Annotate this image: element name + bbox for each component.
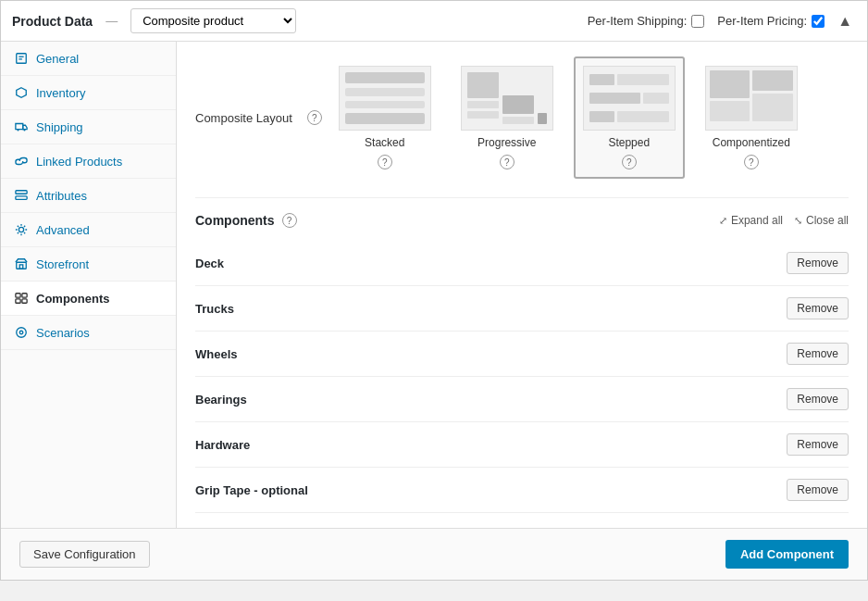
stepped-help-icon[interactable]: ? bbox=[622, 155, 637, 169]
attributes-icon bbox=[14, 188, 29, 203]
layout-option-progressive[interactable]: Progressive ? bbox=[452, 56, 563, 179]
sidebar-item-label: Advanced bbox=[36, 223, 90, 237]
panel-body: General Inventory bbox=[1, 42, 867, 528]
per-item-shipping-option[interactable]: Per-Item Shipping: bbox=[588, 14, 705, 28]
svg-point-14 bbox=[17, 328, 27, 338]
main-content: Composite Layout ? Stacked ? bbox=[177, 42, 867, 528]
remove-hardware-button[interactable]: Remove bbox=[787, 433, 849, 456]
svg-rect-9 bbox=[19, 265, 23, 269]
component-name-bearings: Bearings bbox=[195, 393, 787, 407]
layout-option-componentized[interactable]: Componentized ? bbox=[696, 56, 807, 179]
sidebar-item-label: Linked Products bbox=[36, 155, 122, 169]
panel-footer: Save Configuration Add Component bbox=[1, 528, 867, 580]
per-item-pricing-label: Per-Item Pricing: bbox=[717, 14, 807, 28]
composite-layout-label: Composite Layout bbox=[195, 111, 292, 125]
sidebar-item-label: Inventory bbox=[36, 86, 85, 100]
sidebar-item-label: Scenarios bbox=[36, 326, 90, 340]
advanced-icon bbox=[14, 222, 29, 237]
section-divider bbox=[195, 197, 849, 198]
remove-trucks-button[interactable]: Remove bbox=[787, 297, 849, 319]
sidebar-item-attributes[interactable]: Attributes bbox=[1, 179, 176, 213]
per-item-shipping-checkbox[interactable] bbox=[691, 15, 704, 28]
layout-option-stepped[interactable]: Stepped ? bbox=[574, 56, 685, 179]
sidebar-item-label: Components bbox=[36, 292, 109, 306]
expand-icon: ⤢ bbox=[719, 215, 727, 227]
general-icon bbox=[14, 51, 29, 66]
sidebar-item-label: Storefront bbox=[36, 257, 89, 271]
remove-wheels-button[interactable]: Remove bbox=[787, 343, 849, 365]
collapse-button[interactable]: ▲ bbox=[834, 13, 856, 30]
sidebar-item-inventory[interactable]: Inventory bbox=[1, 76, 176, 110]
svg-rect-12 bbox=[16, 299, 20, 303]
save-configuration-button[interactable]: Save Configuration bbox=[19, 541, 150, 568]
sidebar-item-label: Shipping bbox=[36, 120, 83, 134]
per-item-pricing-checkbox[interactable] bbox=[812, 15, 825, 28]
header-options: Per-Item Shipping: Per-Item Pricing: bbox=[588, 14, 825, 28]
components-header: Components ? ⤢ Expand all ⤡ Close all bbox=[195, 213, 849, 228]
sidebar: General Inventory bbox=[1, 42, 177, 528]
sidebar-item-label: General bbox=[36, 52, 79, 66]
linked-products-icon bbox=[14, 154, 29, 169]
sidebar-item-storefront[interactable]: Storefront bbox=[1, 247, 176, 282]
remove-bearings-button[interactable]: Remove bbox=[787, 388, 849, 410]
components-help-icon[interactable]: ? bbox=[282, 213, 297, 228]
svg-rect-8 bbox=[17, 262, 27, 269]
layout-option-stacked[interactable]: Stacked ? bbox=[329, 56, 440, 179]
svg-point-7 bbox=[19, 227, 23, 232]
close-icon: ⤡ bbox=[794, 215, 802, 227]
stacked-thumbnail bbox=[339, 66, 431, 131]
sidebar-item-label: Attributes bbox=[36, 189, 87, 203]
svg-rect-13 bbox=[22, 299, 27, 303]
sidebar-item-components[interactable]: Components bbox=[1, 282, 176, 316]
sidebar-item-scenarios[interactable]: Scenarios bbox=[1, 316, 176, 350]
composite-layout-help-icon[interactable]: ? bbox=[307, 110, 322, 125]
component-name-deck: Deck bbox=[195, 257, 787, 270]
stepped-thumbnail bbox=[583, 66, 676, 131]
progressive-help-icon[interactable]: ? bbox=[500, 155, 515, 169]
expand-all-label: Expand all bbox=[731, 214, 783, 227]
storefront-icon bbox=[14, 257, 29, 271]
progressive-label: Progressive bbox=[477, 136, 536, 149]
svg-point-4 bbox=[23, 129, 25, 131]
components-actions: ⤢ Expand all ⤡ Close all bbox=[719, 214, 849, 227]
sidebar-item-shipping[interactable]: Shipping bbox=[1, 110, 176, 144]
stacked-help-icon[interactable]: ? bbox=[378, 155, 392, 169]
svg-rect-6 bbox=[16, 196, 27, 200]
stepped-label: Stepped bbox=[608, 136, 650, 149]
svg-rect-0 bbox=[17, 54, 27, 64]
component-row-bearings: Bearings Remove bbox=[195, 377, 849, 422]
svg-rect-11 bbox=[22, 294, 27, 297]
expand-all-link[interactable]: ⤢ Expand all bbox=[719, 214, 783, 227]
close-all-link[interactable]: ⤡ Close all bbox=[794, 214, 849, 227]
per-item-pricing-option[interactable]: Per-Item Pricing: bbox=[717, 14, 825, 28]
svg-point-15 bbox=[19, 331, 23, 334]
component-name-hardware: Hardware bbox=[195, 438, 787, 452]
scenarios-icon bbox=[14, 325, 29, 340]
component-name-grip-tape: Grip Tape - optional bbox=[195, 483, 787, 497]
remove-deck-button[interactable]: Remove bbox=[787, 252, 849, 274]
component-name-wheels: Wheels bbox=[195, 347, 787, 361]
sidebar-item-linked-products[interactable]: Linked Products bbox=[1, 144, 176, 179]
panel-title-sep: — bbox=[105, 14, 118, 28]
product-type-select[interactable]: Composite product Simple product Variabl… bbox=[130, 8, 296, 33]
component-row-grip-tape: Grip Tape - optional Remove bbox=[195, 468, 849, 513]
close-all-label: Close all bbox=[806, 214, 849, 227]
sidebar-item-advanced[interactable]: Advanced bbox=[1, 213, 176, 247]
component-row-trucks: Trucks Remove bbox=[195, 286, 849, 332]
add-component-button[interactable]: Add Component bbox=[725, 540, 849, 569]
product-data-panel: Product Data — Composite product Simple … bbox=[0, 0, 868, 581]
svg-point-3 bbox=[17, 129, 19, 131]
componentized-help-icon[interactable]: ? bbox=[744, 155, 759, 169]
sidebar-item-general[interactable]: General bbox=[1, 42, 176, 76]
remove-grip-tape-button[interactable]: Remove bbox=[787, 479, 849, 501]
layout-section: Composite Layout ? Stacked ? bbox=[195, 56, 849, 179]
componentized-thumbnail bbox=[705, 66, 798, 131]
svg-rect-10 bbox=[16, 294, 20, 297]
components-title: Components bbox=[195, 213, 275, 228]
layout-options: Stacked ? bbox=[329, 56, 849, 179]
component-row-wheels: Wheels Remove bbox=[195, 332, 849, 377]
component-row-hardware: Hardware Remove bbox=[195, 422, 849, 468]
per-item-shipping-label: Per-Item Shipping: bbox=[588, 14, 688, 28]
panel-title: Product Data bbox=[12, 14, 93, 29]
panel-header: Product Data — Composite product Simple … bbox=[1, 1, 867, 42]
